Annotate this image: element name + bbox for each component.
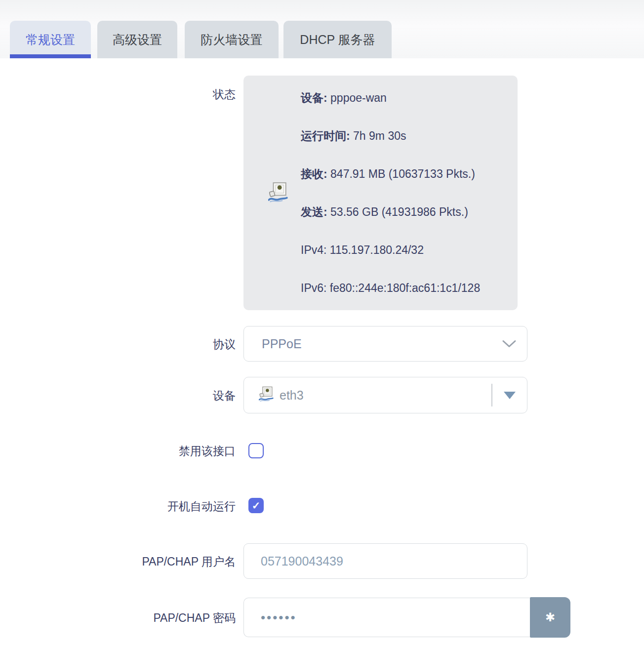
username-label: PAP/CHAP 用户名 — [0, 554, 236, 569]
status-line-tx: 发送: 53.56 GB (41931986 Pkts.) — [301, 193, 480, 231]
disable-interface-label: 禁用该接口 — [0, 444, 236, 459]
tab-advanced-settings[interactable]: 高级设置 — [97, 21, 177, 58]
status-line-ipv6: IPv6: fe80::244e:180f:ac61:1c1/128 — [301, 269, 480, 307]
status-line-device: 设备: pppoe-wan — [301, 79, 480, 117]
password-input[interactable] — [243, 598, 530, 637]
tab-general-settings[interactable]: 常规设置 — [10, 21, 91, 58]
tab-label: 高级设置 — [113, 32, 162, 48]
tab-firewall-settings[interactable]: 防火墙设置 — [185, 21, 279, 58]
ethernet-icon — [259, 386, 274, 405]
tab-label: 常规设置 — [26, 32, 75, 48]
interface-settings-page: 常规设置 高级设置 防火墙设置 DHCP 服务器 状态 协议 设备 禁用该接口 … — [0, 0, 644, 649]
disable-interface-checkbox[interactable] — [248, 443, 264, 458]
tab-dhcp-server[interactable]: DHCP 服务器 — [283, 21, 392, 58]
password-reveal-button[interactable]: ✱ — [530, 597, 570, 638]
status-line-ipv4: IPv4: 115.197.180.24/32 — [301, 231, 480, 269]
status-lines: 设备: pppoe-wan 运行时间: 7h 9m 30s 接收: 847.91… — [301, 79, 480, 307]
auto-start-checkbox[interactable]: ✓ — [248, 498, 264, 513]
auto-start-label: 开机自动运行 — [0, 499, 236, 514]
chevron-down-icon — [502, 337, 516, 351]
protocol-selected-value: PPPoE — [262, 337, 302, 351]
interface-status-box: 设备: pppoe-wan 运行时间: 7h 9m 30s 接收: 847.91… — [243, 76, 518, 310]
device-selected-value: eth3 — [280, 388, 304, 403]
username-input[interactable] — [243, 543, 527, 579]
protocol-select[interactable]: PPPoE — [243, 326, 527, 362]
status-label: 状态 — [0, 87, 236, 102]
combo-divider — [491, 384, 492, 406]
status-line-rx: 接收: 847.91 MB (10637133 Pkts.) — [301, 155, 480, 193]
ethernet-icon — [268, 181, 288, 205]
password-label: PAP/CHAP 密码 — [0, 610, 236, 626]
status-line-uptime: 运行时间: 7h 9m 30s — [301, 117, 480, 155]
caret-down-icon — [504, 392, 516, 399]
checkmark-icon: ✓ — [252, 500, 261, 512]
protocol-label: 协议 — [0, 337, 236, 352]
device-select[interactable]: eth3 — [243, 377, 527, 413]
tab-label: 防火墙设置 — [201, 32, 263, 48]
device-label: 设备 — [0, 388, 236, 404]
tab-label: DHCP 服务器 — [300, 32, 375, 48]
asterisk-icon: ✱ — [545, 610, 555, 624]
tab-bar: 常规设置 高级设置 防火墙设置 DHCP 服务器 — [0, 0, 644, 58]
